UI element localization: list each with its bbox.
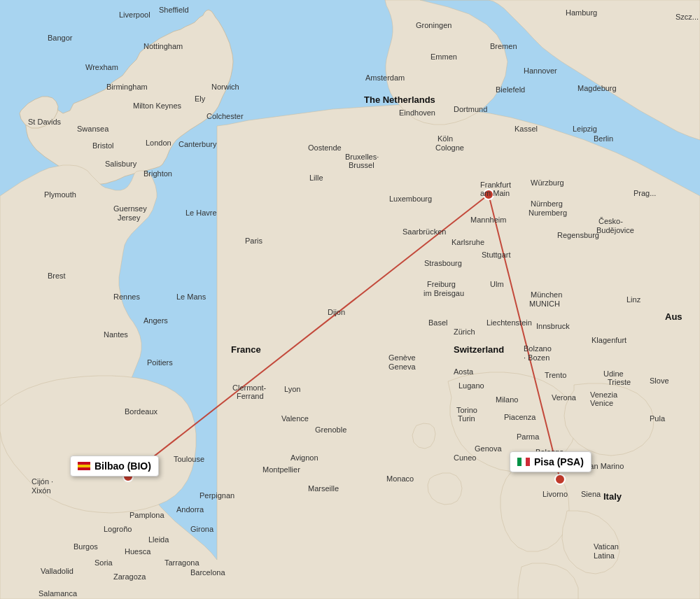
spain-flag — [78, 462, 90, 470]
bilbao-label: Bilbao (BIO) — [94, 460, 151, 472]
italy-flag — [517, 458, 530, 466]
pisa-dot — [555, 474, 565, 484]
frankfurt-dot — [484, 190, 493, 199]
pisa-label: Pisa (PSA) — [534, 456, 584, 467]
map-container: Sheffield Liverpool Hamburg Bangor Wrexh… — [0, 0, 700, 599]
bilbao-popup: Bilbao (BIO) — [70, 456, 159, 477]
map-svg — [0, 0, 700, 599]
pisa-popup: Pisa (PSA) — [510, 451, 592, 472]
